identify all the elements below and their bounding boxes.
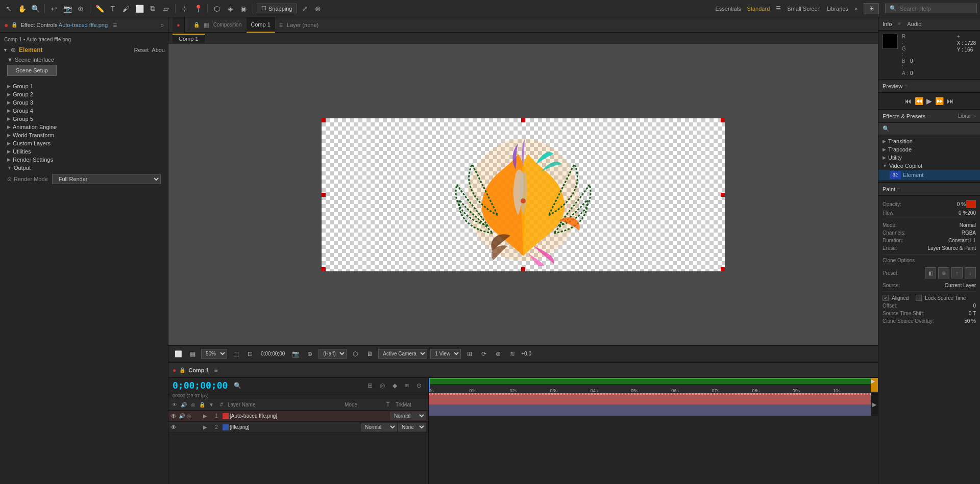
camera-icon[interactable]: 📷 <box>290 348 301 360</box>
duration-val[interactable]: Constant <box>913 238 969 243</box>
aligned-checkbox[interactable] <box>883 295 889 301</box>
layer-2-trkmat[interactable]: None <box>398 423 426 431</box>
tree-item-group1[interactable]: ▶ Group 1 <box>3 82 165 90</box>
panel-expand-icon[interactable]: » <box>161 22 164 28</box>
tl-menu-icon[interactable]: ≡ <box>214 367 218 374</box>
nav-libraries[interactable]: Libraries <box>827 6 848 12</box>
tl-marker-icon[interactable]: ◆ <box>389 380 400 391</box>
preset-btn-2[interactable]: ⊕ <box>938 267 949 278</box>
preview-menu-icon[interactable]: ≡ <box>904 83 908 89</box>
tree-item-custom[interactable]: ▶ Custom Layers <box>3 139 165 147</box>
librar-tab[interactable]: Librar <box>958 113 971 119</box>
layer-1-solo[interactable]: ◎ <box>187 413 194 419</box>
scene-setup-button[interactable]: Scene Setup <box>7 65 57 76</box>
paint-color-swatch[interactable] <box>966 200 976 208</box>
tree-item-render-settings[interactable]: ▶ Render Settings <box>3 156 165 164</box>
offset-val[interactable]: 0 <box>913 303 976 309</box>
info-color-swatch[interactable] <box>883 34 898 49</box>
prev-play-btn[interactable]: ▶ <box>926 97 932 105</box>
source-val[interactable]: Current Layer <box>913 283 976 288</box>
extra3-icon[interactable]: ◉ <box>238 3 249 14</box>
tree-item-animation[interactable]: ▶ Animation Engine <box>3 123 165 131</box>
nav-small-screen[interactable]: Small Screen <box>787 6 820 12</box>
quality-select[interactable]: (Half) <box>318 349 347 359</box>
layer-1-visibility[interactable]: 👁 <box>170 413 178 420</box>
prev-fwd-btn[interactable]: ⏩ <box>935 97 944 105</box>
layer-2-mode[interactable]: Normal <box>361 423 397 431</box>
select-tool-icon[interactable]: ↖ <box>3 3 14 14</box>
lock-icon[interactable]: 🔒 <box>11 22 17 28</box>
mode-val[interactable]: Normal <box>913 222 976 228</box>
lock-source-checkbox[interactable] <box>916 295 922 301</box>
zoom-tool-icon[interactable]: 🔍 <box>30 3 41 14</box>
tree-item-group3[interactable]: ▶ Group 3 <box>3 98 165 107</box>
prev-back-btn[interactable]: ⏪ <box>915 97 923 105</box>
info-tab[interactable]: Info <box>883 21 892 27</box>
layer-1-name[interactable]: [Auto-traced fffe.png] <box>230 413 389 419</box>
clone-tool-icon[interactable]: ⧉ <box>147 3 158 14</box>
hand-tool-icon[interactable]: ✋ <box>16 3 28 14</box>
reset-button[interactable]: Reset <box>134 47 149 53</box>
triple-line-icon[interactable]: ≡ <box>113 21 117 29</box>
effect-trapcode[interactable]: ▶ Trapcode <box>878 145 980 154</box>
snap-3d-btn[interactable]: ⊛ <box>493 348 504 360</box>
nav-hamburger[interactable]: ☰ <box>776 5 781 12</box>
grid-overlay-btn[interactable]: ▦ <box>187 348 198 360</box>
effect-transition[interactable]: ▶ Transition <box>878 137 980 145</box>
extra2-icon[interactable]: ◈ <box>225 3 236 14</box>
effects-menu-icon[interactable]: ≡ <box>927 113 930 119</box>
layer-1-mode[interactable]: Normal <box>390 412 426 420</box>
layer-2-collapse[interactable]: ▶ <box>203 424 210 430</box>
paint-menu-icon[interactable]: ≡ <box>897 186 900 192</box>
eraser-tool-icon[interactable]: ⬜ <box>134 3 145 14</box>
prev-first-btn[interactable]: ⏮ <box>904 97 912 105</box>
tree-item-group5[interactable]: ▶ Group 5 <box>3 115 165 123</box>
tree-item-group4[interactable]: ▶ Group 4 <box>3 107 165 115</box>
comp-menu-icon[interactable]: ≡ <box>279 21 283 29</box>
work-area-bar[interactable] <box>429 378 878 384</box>
brush-tool-icon[interactable]: 🖌 <box>120 3 132 14</box>
search-input[interactable] <box>900 6 971 12</box>
grid-icon[interactable]: ⊞ <box>864 3 879 14</box>
text-tool-icon[interactable]: T <box>107 3 118 14</box>
comp-tab-1[interactable]: Comp 1 <box>247 17 275 33</box>
zoom-select[interactable]: 50% <box>201 349 227 359</box>
layer-1-collapse[interactable]: ▶ <box>203 413 210 419</box>
camera-select[interactable]: Active Camera <box>378 349 427 359</box>
source-time-val[interactable]: 0 T <box>924 311 976 316</box>
motion-blur-btn[interactable]: ≋ <box>507 348 518 360</box>
opacity-val[interactable]: 0 % <box>913 201 966 207</box>
reset-view-btn[interactable]: ⟳ <box>478 348 489 360</box>
layer-2-visibility[interactable]: 👁 <box>170 424 178 431</box>
layer-2-name[interactable]: [fffe.png] <box>230 424 360 430</box>
puppet-tool-icon[interactable]: ⊹ <box>179 3 190 14</box>
pixel-aspect-btn[interactable]: ⊡ <box>244 348 256 360</box>
info-menu-icon[interactable]: ≡ <box>898 21 901 27</box>
view-select[interactable]: 1 View <box>430 349 461 359</box>
playhead[interactable] <box>429 378 430 392</box>
effect-element-item[interactable]: 32 Element <box>878 170 980 180</box>
tl-search-btn[interactable]: 🔍 <box>234 382 241 389</box>
snapping-button[interactable]: ☐ Snapping <box>257 4 297 13</box>
preset-btn-4[interactable]: ↓ <box>965 267 976 278</box>
preset-btn-1[interactable]: ◧ <box>925 267 936 278</box>
layer-1-audio[interactable]: 🔊 <box>179 413 186 419</box>
comp-options-btn[interactable]: ⊞ <box>464 348 475 360</box>
extra1-icon[interactable]: ⬡ <box>211 3 223 14</box>
fit-to-view-btn[interactable]: ⬚ <box>230 348 241 360</box>
tree-item-output[interactable]: ▼ Output <box>3 164 165 172</box>
nav-expand-icon[interactable]: » <box>854 6 857 12</box>
nav-standard[interactable]: Standard <box>747 6 770 12</box>
motion-path-icon[interactable]: ⊛ <box>312 3 324 14</box>
orbit-tool-icon[interactable]: ⊕ <box>75 3 86 14</box>
about-button[interactable]: Abou <box>152 47 165 53</box>
tl-graph-editor-btn[interactable]: ⊙ <box>414 380 424 391</box>
comp-close-icon[interactable]: ● <box>177 22 180 28</box>
nav-essentials[interactable]: Essentials <box>715 6 741 12</box>
clone-overlay-val[interactable]: 50 % <box>934 318 976 324</box>
pen-tool-icon[interactable]: ✏️ <box>94 3 105 14</box>
flow-val[interactable]: 0 % <box>913 210 967 216</box>
render-mode-btn[interactable]: 🖥 <box>364 348 375 360</box>
rotate-tool-icon[interactable]: ↩ <box>48 3 60 14</box>
effect-utility[interactable]: ▶ Utility <box>878 154 980 162</box>
